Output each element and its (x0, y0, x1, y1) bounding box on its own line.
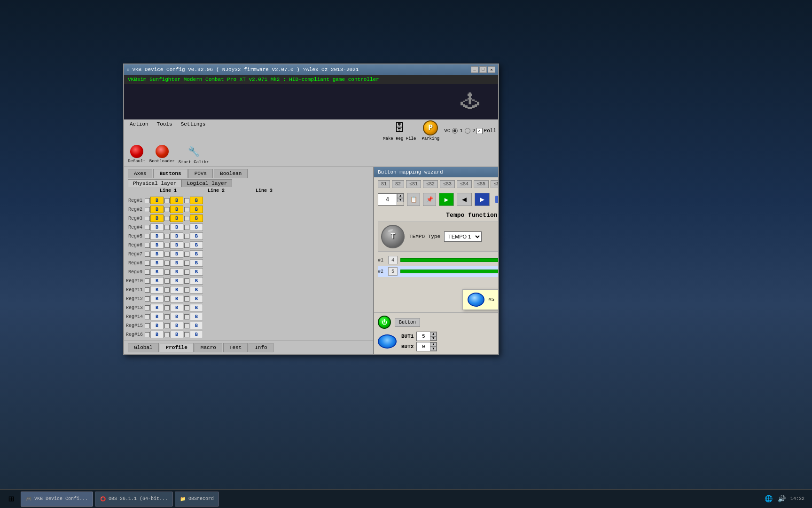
btn-b[interactable]: B (150, 259, 164, 267)
but2-bottom-spinner-up[interactable]: ▲ (430, 342, 437, 347)
btn-b[interactable]: B (190, 232, 203, 240)
btn-b[interactable]: B (190, 197, 203, 204)
bootloader-button[interactable]: Bootloader (149, 145, 175, 164)
btn-b[interactable]: B (190, 277, 203, 285)
btn-b[interactable]: B (150, 250, 164, 258)
button-type-btn[interactable]: Button (395, 318, 420, 327)
s-btn-leqs1[interactable]: ≤S1 (406, 180, 421, 188)
but1-spinner[interactable]: 5 ▲ ▼ (416, 332, 437, 341)
tab-logical-layer[interactable]: Logical layer (181, 179, 232, 187)
checkbox[interactable] (164, 207, 170, 212)
taskbar-obsrecord[interactable]: 📁 OBSrecord (175, 492, 219, 507)
btn-b[interactable]: B (150, 304, 164, 311)
btn-b[interactable]: B (190, 223, 203, 231)
btn-b[interactable]: B (170, 197, 183, 204)
checkbox[interactable] (145, 261, 150, 266)
btn-b[interactable]: B (150, 232, 164, 240)
maximize-button[interactable]: □ (479, 66, 487, 73)
play-button[interactable]: ▶ (439, 193, 454, 206)
btn-b[interactable]: B (170, 313, 183, 320)
tab-test[interactable]: Test (223, 343, 248, 352)
checkbox[interactable] (184, 323, 189, 328)
checkbox[interactable] (164, 225, 170, 230)
next-button[interactable]: ▶ (475, 193, 490, 206)
btn-b[interactable]: B (150, 197, 164, 204)
checkbox[interactable] (164, 287, 170, 293)
btn-b[interactable]: B (190, 214, 203, 222)
tab-boolean[interactable]: Boolean (214, 169, 248, 178)
s-btn-leqs3[interactable]: ≤S3 (440, 180, 455, 188)
btn-b[interactable]: B (170, 259, 183, 267)
checkbox[interactable] (184, 278, 189, 284)
checkbox[interactable] (145, 287, 150, 293)
menu-action[interactable]: Action (126, 120, 152, 141)
s-btn-leqs2[interactable]: ≤S2 (423, 180, 438, 188)
checkbox[interactable] (164, 252, 170, 257)
btn-b[interactable]: B (170, 331, 183, 338)
checkbox[interactable] (164, 332, 170, 337)
checkbox[interactable] (164, 323, 170, 328)
checkbox[interactable] (184, 225, 189, 230)
checkbox[interactable] (184, 296, 189, 302)
vc-radio-1[interactable] (452, 128, 458, 134)
close-button[interactable]: ✕ (488, 66, 495, 73)
btn-b[interactable]: B (170, 250, 183, 258)
btn-b[interactable]: B (150, 322, 164, 329)
poll-checkbox[interactable]: ✓ (476, 128, 483, 134)
btn-b[interactable]: B (170, 214, 183, 222)
tab-info[interactable]: Info (249, 343, 273, 352)
start-button[interactable]: ⊞ (4, 492, 19, 507)
minimize-button[interactable]: _ (471, 66, 478, 73)
btn-b[interactable]: B (150, 313, 164, 320)
btn-b[interactable]: B (190, 250, 203, 258)
checkbox[interactable] (145, 198, 150, 203)
btn-b[interactable]: B (190, 295, 203, 302)
checkbox[interactable] (164, 270, 170, 275)
btn-b[interactable]: B (150, 295, 164, 302)
btn-b[interactable]: B (190, 206, 203, 213)
btn-b[interactable]: B (150, 286, 164, 294)
checkbox[interactable] (145, 234, 150, 239)
checkbox[interactable] (145, 278, 150, 284)
checkbox[interactable] (145, 252, 150, 257)
checkbox[interactable] (184, 198, 189, 203)
but2-bottom-spinner[interactable]: 0 ▲ ▼ (416, 342, 437, 351)
checkbox[interactable] (184, 314, 189, 319)
checkbox[interactable] (145, 305, 150, 310)
btn-b[interactable]: B (190, 268, 203, 276)
checkbox[interactable] (164, 305, 170, 310)
checkbox[interactable] (145, 270, 150, 275)
tab-buttons[interactable]: Buttons (153, 169, 187, 178)
btn-b[interactable]: B (190, 313, 203, 320)
checkbox[interactable] (184, 287, 189, 293)
menu-tools[interactable]: Tools (153, 120, 176, 141)
menu-settings[interactable]: Settings (177, 120, 210, 141)
s-btn-s1[interactable]: S1 (378, 180, 390, 188)
btn-b[interactable]: B (170, 304, 183, 311)
btn-b[interactable]: B (150, 223, 164, 231)
vc-radio-2[interactable] (465, 128, 470, 134)
btn-b[interactable]: B (190, 286, 203, 294)
checkbox[interactable] (184, 207, 189, 212)
btn-b[interactable]: B (170, 277, 183, 285)
parking-button[interactable]: P Parking (422, 120, 439, 141)
checkbox[interactable] (145, 323, 150, 328)
but1-spinner-up[interactable]: ▲ (430, 332, 437, 336)
btn-b[interactable]: B (150, 214, 164, 222)
number-selector[interactable]: 4 ▲ ▼ (378, 193, 404, 206)
make-reg-file-button[interactable]: 🗄 Make Reg File (383, 120, 416, 141)
btn-b[interactable]: B (150, 268, 164, 276)
start-calibr-button[interactable]: 🔧 Start Calibr (179, 144, 209, 165)
btn-b[interactable]: B (190, 259, 203, 267)
checkbox[interactable] (164, 278, 170, 284)
btn-b[interactable]: B (150, 277, 164, 285)
btn-b[interactable]: B (170, 268, 183, 276)
s-btn-s2[interactable]: S2 (392, 180, 404, 188)
btn-b[interactable]: B (170, 286, 183, 294)
checkbox[interactable] (145, 225, 150, 230)
tab-povs[interactable]: POVs (188, 169, 213, 178)
paste-button[interactable]: 📌 (423, 193, 436, 206)
checkbox[interactable] (184, 216, 189, 221)
checkbox[interactable] (184, 252, 189, 257)
btn-b[interactable]: B (170, 232, 183, 240)
